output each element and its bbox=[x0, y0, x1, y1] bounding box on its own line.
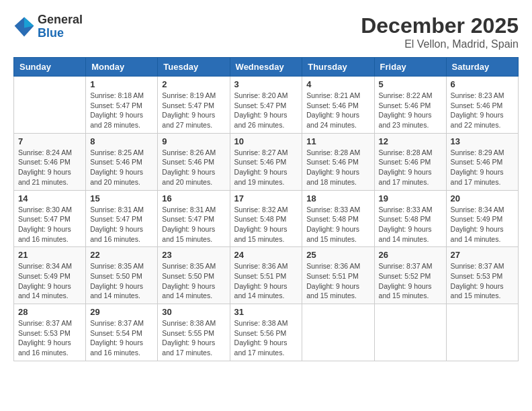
day-number: 12 bbox=[379, 136, 442, 146]
calendar-cell: 12Sunrise: 8:28 AM Sunset: 5:46 PM Dayli… bbox=[374, 133, 446, 190]
calendar-cell: 6Sunrise: 8:23 AM Sunset: 5:46 PM Daylig… bbox=[446, 77, 518, 134]
day-info: Sunrise: 8:26 AM Sunset: 5:46 PM Dayligh… bbox=[162, 148, 225, 187]
day-info: Sunrise: 8:33 AM Sunset: 5:48 PM Dayligh… bbox=[306, 205, 369, 244]
day-number: 17 bbox=[234, 193, 298, 203]
calendar-cell: 1Sunrise: 8:18 AM Sunset: 5:47 PM Daylig… bbox=[86, 77, 158, 134]
calendar-cell: 21Sunrise: 8:34 AM Sunset: 5:49 PM Dayli… bbox=[14, 247, 86, 304]
day-info: Sunrise: 8:31 AM Sunset: 5:47 PM Dayligh… bbox=[90, 205, 153, 244]
calendar-cell: 26Sunrise: 8:37 AM Sunset: 5:52 PM Dayli… bbox=[374, 247, 446, 304]
day-info: Sunrise: 8:24 AM Sunset: 5:46 PM Dayligh… bbox=[18, 148, 81, 187]
calendar-week-row: 28Sunrise: 8:37 AM Sunset: 5:53 PM Dayli… bbox=[14, 304, 519, 361]
day-number: 30 bbox=[162, 307, 225, 317]
logo-text: General Blue bbox=[38, 13, 83, 40]
day-info: Sunrise: 8:35 AM Sunset: 5:50 PM Dayligh… bbox=[90, 261, 153, 301]
calendar-cell: 22Sunrise: 8:35 AM Sunset: 5:50 PM Dayli… bbox=[86, 247, 158, 304]
calendar-header-monday: Monday bbox=[86, 58, 158, 77]
calendar: SundayMondayTuesdayWednesdayThursdayFrid… bbox=[13, 57, 519, 361]
calendar-cell: 9Sunrise: 8:26 AM Sunset: 5:46 PM Daylig… bbox=[158, 133, 230, 190]
logo-line1: General bbox=[38, 13, 83, 27]
location-title: El Vellon, Madrid, Spain bbox=[361, 38, 519, 50]
calendar-week-row: 1Sunrise: 8:18 AM Sunset: 5:47 PM Daylig… bbox=[14, 77, 519, 134]
calendar-cell: 24Sunrise: 8:36 AM Sunset: 5:51 PM Dayli… bbox=[230, 247, 302, 304]
day-info: Sunrise: 8:18 AM Sunset: 5:47 PM Dayligh… bbox=[90, 91, 153, 130]
calendar-cell bbox=[374, 304, 446, 361]
day-info: Sunrise: 8:31 AM Sunset: 5:47 PM Dayligh… bbox=[162, 205, 225, 244]
calendar-cell: 25Sunrise: 8:36 AM Sunset: 5:51 PM Dayli… bbox=[302, 247, 374, 304]
day-info: Sunrise: 8:21 AM Sunset: 5:46 PM Dayligh… bbox=[306, 91, 369, 130]
day-number: 29 bbox=[90, 307, 153, 317]
day-number: 20 bbox=[451, 193, 514, 203]
calendar-cell: 11Sunrise: 8:28 AM Sunset: 5:46 PM Dayli… bbox=[302, 133, 374, 190]
day-number: 26 bbox=[379, 250, 442, 260]
day-info: Sunrise: 8:27 AM Sunset: 5:46 PM Dayligh… bbox=[234, 148, 298, 187]
day-number: 5 bbox=[379, 79, 442, 89]
day-info: Sunrise: 8:35 AM Sunset: 5:50 PM Dayligh… bbox=[162, 261, 225, 301]
calendar-cell bbox=[14, 77, 86, 134]
day-number: 19 bbox=[379, 193, 442, 203]
calendar-cell: 16Sunrise: 8:31 AM Sunset: 5:47 PM Dayli… bbox=[158, 190, 230, 247]
month-title: December 2025 bbox=[361, 13, 519, 38]
calendar-header-friday: Friday bbox=[374, 58, 446, 77]
calendar-cell: 27Sunrise: 8:37 AM Sunset: 5:53 PM Dayli… bbox=[446, 247, 518, 304]
day-number: 27 bbox=[451, 250, 514, 260]
day-number: 31 bbox=[234, 307, 298, 317]
logo: General Blue bbox=[13, 13, 83, 40]
calendar-cell: 7Sunrise: 8:24 AM Sunset: 5:46 PM Daylig… bbox=[14, 133, 86, 190]
day-info: Sunrise: 8:37 AM Sunset: 5:53 PM Dayligh… bbox=[18, 318, 81, 358]
calendar-cell: 28Sunrise: 8:37 AM Sunset: 5:53 PM Dayli… bbox=[14, 304, 86, 361]
day-info: Sunrise: 8:36 AM Sunset: 5:51 PM Dayligh… bbox=[234, 261, 298, 301]
day-info: Sunrise: 8:38 AM Sunset: 5:55 PM Dayligh… bbox=[162, 318, 225, 358]
calendar-cell: 2Sunrise: 8:19 AM Sunset: 5:47 PM Daylig… bbox=[158, 77, 230, 134]
calendar-cell: 15Sunrise: 8:31 AM Sunset: 5:47 PM Dayli… bbox=[86, 190, 158, 247]
logo-line2: Blue bbox=[38, 27, 83, 40]
day-number: 23 bbox=[162, 250, 225, 260]
calendar-cell: 30Sunrise: 8:38 AM Sunset: 5:55 PM Dayli… bbox=[158, 304, 230, 361]
calendar-cell: 14Sunrise: 8:30 AM Sunset: 5:47 PM Dayli… bbox=[14, 190, 86, 247]
header: General Blue December 2025 El Vellon, Ma… bbox=[13, 13, 519, 50]
day-number: 9 bbox=[162, 136, 225, 146]
day-info: Sunrise: 8:34 AM Sunset: 5:49 PM Dayligh… bbox=[18, 261, 81, 301]
calendar-week-row: 14Sunrise: 8:30 AM Sunset: 5:47 PM Dayli… bbox=[14, 190, 519, 247]
day-info: Sunrise: 8:30 AM Sunset: 5:47 PM Dayligh… bbox=[18, 205, 81, 244]
day-info: Sunrise: 8:37 AM Sunset: 5:52 PM Dayligh… bbox=[379, 261, 442, 301]
day-number: 28 bbox=[18, 307, 81, 317]
day-info: Sunrise: 8:28 AM Sunset: 5:46 PM Dayligh… bbox=[306, 148, 369, 187]
calendar-header-tuesday: Tuesday bbox=[158, 58, 230, 77]
day-info: Sunrise: 8:19 AM Sunset: 5:47 PM Dayligh… bbox=[162, 91, 225, 130]
calendar-cell: 29Sunrise: 8:37 AM Sunset: 5:54 PM Dayli… bbox=[86, 304, 158, 361]
day-number: 22 bbox=[90, 250, 153, 260]
day-number: 3 bbox=[234, 79, 298, 89]
day-number: 21 bbox=[18, 250, 81, 260]
day-info: Sunrise: 8:34 AM Sunset: 5:49 PM Dayligh… bbox=[451, 205, 514, 244]
calendar-cell: 5Sunrise: 8:22 AM Sunset: 5:46 PM Daylig… bbox=[374, 77, 446, 134]
day-number: 6 bbox=[451, 79, 514, 89]
calendar-week-row: 7Sunrise: 8:24 AM Sunset: 5:46 PM Daylig… bbox=[14, 133, 519, 190]
day-number: 16 bbox=[162, 193, 225, 203]
calendar-header-wednesday: Wednesday bbox=[230, 58, 302, 77]
day-number: 25 bbox=[306, 250, 369, 260]
day-number: 1 bbox=[90, 79, 153, 89]
day-number: 7 bbox=[18, 136, 81, 146]
calendar-cell: 18Sunrise: 8:33 AM Sunset: 5:48 PM Dayli… bbox=[302, 190, 374, 247]
calendar-cell: 4Sunrise: 8:21 AM Sunset: 5:46 PM Daylig… bbox=[302, 77, 374, 134]
calendar-cell: 19Sunrise: 8:33 AM Sunset: 5:48 PM Dayli… bbox=[374, 190, 446, 247]
calendar-cell: 3Sunrise: 8:20 AM Sunset: 5:47 PM Daylig… bbox=[230, 77, 302, 134]
day-info: Sunrise: 8:37 AM Sunset: 5:54 PM Dayligh… bbox=[90, 318, 153, 358]
calendar-cell: 17Sunrise: 8:32 AM Sunset: 5:48 PM Dayli… bbox=[230, 190, 302, 247]
calendar-header-row: SundayMondayTuesdayWednesdayThursdayFrid… bbox=[14, 58, 519, 77]
calendar-cell: 10Sunrise: 8:27 AM Sunset: 5:46 PM Dayli… bbox=[230, 133, 302, 190]
calendar-cell: 13Sunrise: 8:29 AM Sunset: 5:46 PM Dayli… bbox=[446, 133, 518, 190]
day-number: 8 bbox=[90, 136, 153, 146]
day-info: Sunrise: 8:32 AM Sunset: 5:48 PM Dayligh… bbox=[234, 205, 298, 244]
day-info: Sunrise: 8:25 AM Sunset: 5:46 PM Dayligh… bbox=[90, 148, 153, 187]
day-number: 11 bbox=[306, 136, 369, 146]
day-number: 14 bbox=[18, 193, 81, 203]
logo-icon bbox=[13, 16, 35, 38]
calendar-header-sunday: Sunday bbox=[14, 58, 86, 77]
calendar-cell: 31Sunrise: 8:38 AM Sunset: 5:56 PM Dayli… bbox=[230, 304, 302, 361]
day-number: 13 bbox=[451, 136, 514, 146]
calendar-cell: 20Sunrise: 8:34 AM Sunset: 5:49 PM Dayli… bbox=[446, 190, 518, 247]
day-number: 24 bbox=[234, 250, 298, 260]
day-info: Sunrise: 8:33 AM Sunset: 5:48 PM Dayligh… bbox=[379, 205, 442, 244]
title-area: December 2025 El Vellon, Madrid, Spain bbox=[361, 13, 519, 50]
